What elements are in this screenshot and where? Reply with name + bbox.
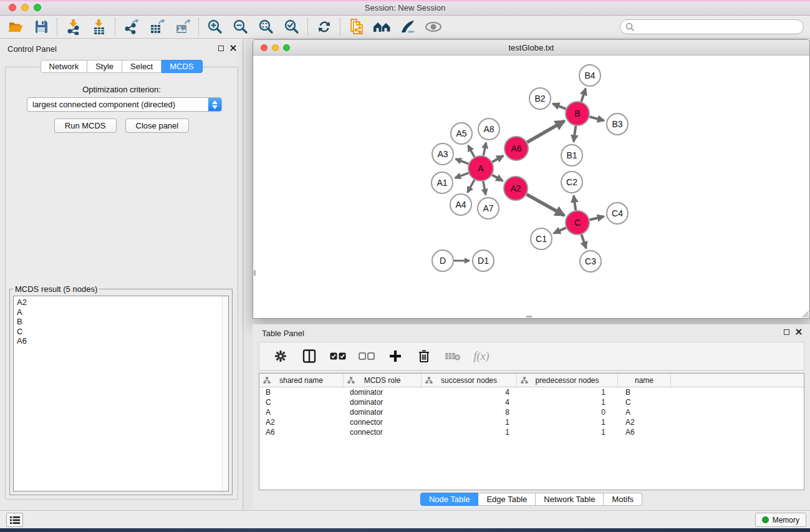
float-panel-icon[interactable] [784,329,789,335]
search-input[interactable] [635,21,803,33]
table-cell[interactable]: dominator [344,398,422,407]
import-table-icon[interactable] [86,17,112,37]
horizontal-scroll-indicator[interactable] [526,316,532,317]
tab-network-table[interactable]: Network Table [536,493,604,506]
graph-edge-A-A4[interactable] [468,180,475,192]
table-cell[interactable]: B [618,388,671,397]
table-cell[interactable]: 1 [517,428,618,437]
tab-select[interactable]: Select [122,60,162,73]
table-cell[interactable]: 1 [517,418,618,427]
zoom-in-icon[interactable] [202,17,228,37]
graph-edge-A-A6[interactable] [492,156,503,162]
graph-edge-C-C2[interactable] [574,196,576,210]
search-box[interactable] [620,19,804,34]
tab-network[interactable]: Network [40,60,87,73]
column-header-successor-nodes[interactable]: successor nodes [422,374,517,387]
graph-edge-C-C4[interactable] [589,216,604,220]
table-cell[interactable]: 4 [422,388,517,397]
settings-gear-icon[interactable] [269,347,292,365]
deselect-all-checkboxes-icon[interactable] [355,347,378,365]
zoom-fit-icon[interactable] [253,17,279,37]
graph-edge-A-A2[interactable] [492,175,503,181]
table-cell[interactable]: A2 [259,418,344,427]
table-row[interactable]: A6connector11A6 [259,427,804,437]
close-panel-button[interactable]: Close panel [125,118,190,133]
table-row[interactable]: A2connector11A2 [259,417,804,427]
export-table-icon[interactable] [144,17,170,37]
graph-edge-A-A1[interactable] [455,173,469,178]
new-network-from-selection-icon[interactable] [344,17,369,37]
table-cell[interactable]: A6 [259,428,344,437]
table-cell[interactable]: connector [344,428,422,437]
column-header-name[interactable]: name [618,374,671,387]
table-cell[interactable]: A [259,408,344,417]
float-panel-icon[interactable] [218,46,224,51]
select-all-checkboxes-icon[interactable] [327,347,349,365]
tab-mcds[interactable]: MCDS [162,60,202,73]
refresh-icon[interactable] [311,17,337,37]
graph-edge-A2-C[interactable] [526,195,564,216]
column-header-mcds-role[interactable]: MCDS role [344,374,422,387]
tab-motifs[interactable]: Motifs [604,493,642,506]
network-graph[interactable]: B4B2BB3A8A5A6A3B1AC2A1A2A4A7C4CC1C3DD1 [253,56,809,318]
table-cell[interactable]: 8 [422,408,517,417]
network-window-titlebar[interactable]: testGlobe.txt [253,40,809,56]
table-cell[interactable]: A6 [618,428,671,437]
column-visibility-icon[interactable] [298,347,321,365]
table-cell[interactable]: 1 [422,418,517,427]
mcds-result-item[interactable]: A [14,307,228,317]
tab-edge-table[interactable]: Edge Table [478,493,536,506]
scrollbar-track[interactable] [222,296,228,491]
show-panels-button[interactable] [6,513,23,527]
table-row[interactable]: Adominator80A [259,407,804,417]
table-cell[interactable]: dominator [344,388,422,397]
table-cell[interactable]: B [259,388,344,397]
table-cell[interactable]: A2 [618,418,671,427]
graph-edge-B-B4[interactable] [581,89,586,102]
mcds-result-item[interactable]: B [14,317,228,327]
hide-graphics-details-icon[interactable] [420,17,446,37]
table-cell[interactable]: 1 [422,428,517,437]
close-panel-icon[interactable] [230,45,236,51]
graph-edge-C-C3[interactable] [581,235,586,248]
graph-edge-A-A7[interactable] [483,181,486,195]
export-image-icon[interactable] [170,17,195,37]
column-header-predecessor-nodes[interactable]: predecessor nodes [517,374,618,387]
tab-node-table[interactable]: Node Table [420,493,479,506]
table-cell[interactable]: C [259,398,344,407]
save-session-icon[interactable] [28,17,54,37]
close-panel-icon[interactable] [796,329,802,335]
home-neighbors-icon[interactable] [369,17,395,37]
resize-grip-icon[interactable] [801,309,809,317]
graph-edge-B-B3[interactable] [589,117,604,120]
table-cell[interactable]: 4 [422,398,517,407]
mcds-result-item[interactable]: A6 [14,336,228,346]
table-cell[interactable]: 1 [517,398,618,407]
table-row[interactable]: Cdominator41C [259,397,804,407]
mcds-result-list[interactable]: A2ABCA6 [13,296,229,491]
table-cell[interactable]: A [618,408,671,417]
graph-edge-C-C1[interactable] [554,228,566,233]
add-column-icon[interactable] [384,347,407,365]
table-cell[interactable]: connector [344,418,422,427]
mcds-result-item[interactable]: A2 [14,297,228,307]
zoom-selected-icon[interactable] [279,17,304,37]
table-cell[interactable]: dominator [344,408,422,417]
table-cell[interactable]: C [618,398,671,407]
open-file-icon[interactable] [2,17,28,37]
graph-edge-A-A5[interactable] [468,145,475,157]
optimization-criterion-select[interactable]: largest connected component (directed) [27,97,222,112]
table-cell[interactable]: 1 [517,388,618,397]
vertical-scroll-indicator[interactable] [254,270,256,276]
show-graphics-details-icon[interactable] [395,17,420,37]
delete-columns-icon[interactable] [413,347,435,365]
table-row[interactable]: Bdominator41B [259,387,804,397]
graph-edge-A6-B[interactable] [527,121,564,142]
graph-edge-B-B2[interactable] [552,104,566,109]
tab-style[interactable]: Style [87,60,122,73]
table-cell[interactable]: 0 [517,408,618,417]
graph-edge-B-B1[interactable] [574,126,576,142]
graph-edge-A-A3[interactable] [456,159,469,164]
import-network-icon[interactable] [60,17,86,37]
zoom-out-icon[interactable] [228,17,253,37]
